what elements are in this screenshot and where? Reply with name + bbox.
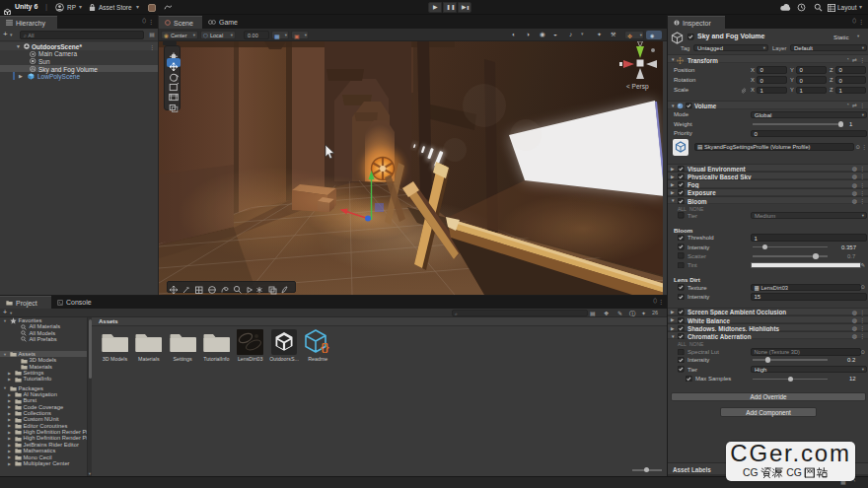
svg-text:CG: CG	[743, 467, 759, 478]
svg-text:{}: {}	[321, 341, 329, 353]
svg-text:CG: CG	[786, 467, 802, 478]
